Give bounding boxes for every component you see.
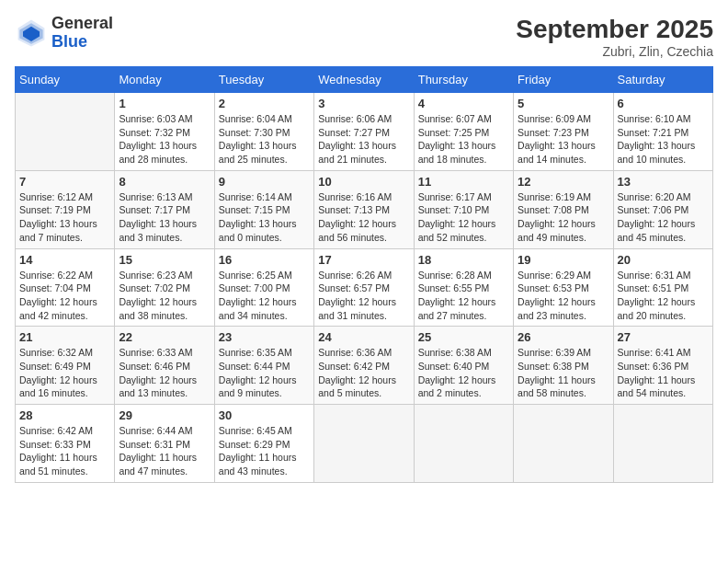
calendar-cell: 14Sunrise: 6:22 AM Sunset: 7:04 PM Dayli… (16, 248, 115, 327)
day-info: Sunrise: 6:03 AM Sunset: 7:32 PM Dayligh… (119, 112, 210, 167)
day-info: Sunrise: 6:07 AM Sunset: 7:25 PM Dayligh… (418, 112, 509, 167)
weekday-header-wednesday: Wednesday (314, 67, 414, 93)
calendar-body: 1Sunrise: 6:03 AM Sunset: 7:32 PM Daylig… (16, 93, 713, 483)
calendar-cell: 2Sunrise: 6:04 AM Sunset: 7:30 PM Daylig… (214, 93, 313, 171)
calendar-cell: 11Sunrise: 6:17 AM Sunset: 7:10 PM Dayli… (414, 170, 513, 248)
calendar-cell: 13Sunrise: 6:20 AM Sunset: 7:06 PM Dayli… (613, 170, 712, 248)
calendar-cell: 7Sunrise: 6:12 AM Sunset: 7:19 PM Daylig… (16, 170, 115, 248)
day-number: 2 (219, 97, 310, 110)
day-info: Sunrise: 6:06 AM Sunset: 7:27 PM Dayligh… (318, 112, 409, 167)
weekday-header-monday: Monday (115, 67, 214, 93)
logo-general: General (51, 15, 113, 33)
day-number: 14 (19, 253, 110, 267)
weekday-header-thursday: Thursday (414, 67, 513, 93)
day-info: Sunrise: 6:10 AM Sunset: 7:21 PM Dayligh… (618, 112, 709, 167)
day-info: Sunrise: 6:32 AM Sunset: 6:49 PM Dayligh… (19, 346, 110, 400)
day-info: Sunrise: 6:31 AM Sunset: 6:51 PM Dayligh… (618, 269, 709, 323)
day-info: Sunrise: 6:12 AM Sunset: 7:19 PM Dayligh… (19, 190, 110, 245)
weekday-header-sunday: Sunday (16, 67, 115, 93)
day-number: 24 (318, 330, 409, 344)
calendar-cell: 8Sunrise: 6:13 AM Sunset: 7:17 PM Daylig… (115, 170, 214, 248)
day-number: 20 (618, 253, 709, 267)
day-info: Sunrise: 6:23 AM Sunset: 7:02 PM Dayligh… (119, 269, 210, 323)
location: Zubri, Zlin, Czechia (516, 44, 713, 59)
day-number: 12 (518, 175, 609, 189)
calendar-cell (613, 405, 712, 483)
calendar-cell: 22Sunrise: 6:33 AM Sunset: 6:46 PM Dayli… (115, 327, 214, 405)
day-info: Sunrise: 6:16 AM Sunset: 7:13 PM Dayligh… (318, 190, 409, 245)
calendar-cell: 3Sunrise: 6:06 AM Sunset: 7:27 PM Daylig… (314, 93, 414, 171)
day-info: Sunrise: 6:39 AM Sunset: 6:38 PM Dayligh… (518, 346, 609, 400)
calendar-table: SundayMondayTuesdayWednesdayThursdayFrid… (15, 66, 713, 483)
calendar-cell: 21Sunrise: 6:32 AM Sunset: 6:49 PM Dayli… (16, 327, 115, 405)
day-info: Sunrise: 6:36 AM Sunset: 6:42 PM Dayligh… (318, 346, 409, 400)
day-info: Sunrise: 6:25 AM Sunset: 7:00 PM Dayligh… (219, 269, 310, 323)
day-info: Sunrise: 6:19 AM Sunset: 7:08 PM Dayligh… (518, 190, 609, 245)
calendar-cell: 17Sunrise: 6:26 AM Sunset: 6:57 PM Dayli… (314, 248, 414, 327)
weekday-header-saturday: Saturday (613, 67, 712, 93)
calendar-cell: 9Sunrise: 6:14 AM Sunset: 7:15 PM Daylig… (214, 170, 313, 248)
calendar-cell: 20Sunrise: 6:31 AM Sunset: 6:51 PM Dayli… (613, 248, 712, 327)
day-number: 9 (219, 175, 310, 189)
day-number: 16 (219, 253, 310, 267)
day-info: Sunrise: 6:45 AM Sunset: 6:29 PM Dayligh… (219, 424, 310, 478)
calendar-cell: 10Sunrise: 6:16 AM Sunset: 7:13 PM Dayli… (314, 170, 414, 248)
day-info: Sunrise: 6:44 AM Sunset: 6:31 PM Dayligh… (119, 424, 210, 478)
calendar-cell: 23Sunrise: 6:35 AM Sunset: 6:44 PM Dayli… (214, 327, 313, 405)
day-number: 3 (318, 97, 409, 110)
day-number: 30 (219, 408, 310, 422)
calendar-cell: 15Sunrise: 6:23 AM Sunset: 7:02 PM Dayli… (115, 248, 214, 327)
logo-text: General Blue (51, 15, 113, 52)
day-info: Sunrise: 6:17 AM Sunset: 7:10 PM Dayligh… (418, 190, 509, 245)
calendar-cell (514, 405, 613, 483)
calendar-cell: 1Sunrise: 6:03 AM Sunset: 7:32 PM Daylig… (115, 93, 214, 171)
day-number: 8 (119, 175, 210, 189)
logo-icon (15, 17, 48, 50)
day-number: 7 (19, 175, 110, 189)
day-number: 5 (518, 97, 609, 110)
page-header: General Blue September 2025 Zubri, Zlin,… (15, 15, 713, 59)
day-number: 10 (318, 175, 409, 189)
calendar-cell: 18Sunrise: 6:28 AM Sunset: 6:55 PM Dayli… (414, 248, 513, 327)
calendar-cell: 5Sunrise: 6:09 AM Sunset: 7:23 PM Daylig… (514, 93, 613, 171)
calendar-cell: 29Sunrise: 6:44 AM Sunset: 6:31 PM Dayli… (115, 405, 214, 483)
day-number: 28 (19, 408, 110, 422)
day-number: 22 (119, 330, 210, 344)
calendar-cell (314, 405, 414, 483)
calendar-cell: 27Sunrise: 6:41 AM Sunset: 6:36 PM Dayli… (613, 327, 712, 405)
calendar-cell: 19Sunrise: 6:29 AM Sunset: 6:53 PM Dayli… (514, 248, 613, 327)
day-info: Sunrise: 6:09 AM Sunset: 7:23 PM Dayligh… (518, 112, 609, 167)
day-info: Sunrise: 6:33 AM Sunset: 6:46 PM Dayligh… (119, 346, 210, 400)
day-info: Sunrise: 6:28 AM Sunset: 6:55 PM Dayligh… (418, 269, 509, 323)
weekday-header-friday: Friday (514, 67, 613, 93)
day-number: 21 (19, 330, 110, 344)
calendar-cell: 26Sunrise: 6:39 AM Sunset: 6:38 PM Dayli… (514, 327, 613, 405)
day-number: 6 (618, 97, 709, 110)
week-row-5: 28Sunrise: 6:42 AM Sunset: 6:33 PM Dayli… (16, 405, 713, 483)
month-title: September 2025 (516, 15, 713, 44)
day-number: 29 (119, 408, 210, 422)
calendar-cell: 25Sunrise: 6:38 AM Sunset: 6:40 PM Dayli… (414, 327, 513, 405)
day-info: Sunrise: 6:04 AM Sunset: 7:30 PM Dayligh… (219, 112, 310, 167)
weekday-header-tuesday: Tuesday (214, 67, 313, 93)
week-row-3: 14Sunrise: 6:22 AM Sunset: 7:04 PM Dayli… (16, 248, 713, 327)
day-number: 13 (618, 175, 709, 189)
calendar-cell: 24Sunrise: 6:36 AM Sunset: 6:42 PM Dayli… (314, 327, 414, 405)
day-info: Sunrise: 6:14 AM Sunset: 7:15 PM Dayligh… (219, 190, 310, 245)
calendar-cell (16, 93, 115, 171)
calendar-cell: 12Sunrise: 6:19 AM Sunset: 7:08 PM Dayli… (514, 170, 613, 248)
day-number: 27 (618, 330, 709, 344)
day-info: Sunrise: 6:35 AM Sunset: 6:44 PM Dayligh… (219, 346, 310, 400)
calendar-cell: 28Sunrise: 6:42 AM Sunset: 6:33 PM Dayli… (16, 405, 115, 483)
logo-blue: Blue (51, 33, 113, 52)
calendar-header: SundayMondayTuesdayWednesdayThursdayFrid… (16, 67, 713, 93)
calendar-cell: 6Sunrise: 6:10 AM Sunset: 7:21 PM Daylig… (613, 93, 712, 171)
day-info: Sunrise: 6:29 AM Sunset: 6:53 PM Dayligh… (518, 269, 609, 323)
weekday-row: SundayMondayTuesdayWednesdayThursdayFrid… (16, 67, 713, 93)
day-info: Sunrise: 6:13 AM Sunset: 7:17 PM Dayligh… (119, 190, 210, 245)
day-number: 4 (418, 97, 509, 110)
logo: General Blue (15, 15, 113, 52)
day-number: 17 (318, 253, 409, 267)
day-number: 23 (219, 330, 310, 344)
calendar-cell (414, 405, 513, 483)
